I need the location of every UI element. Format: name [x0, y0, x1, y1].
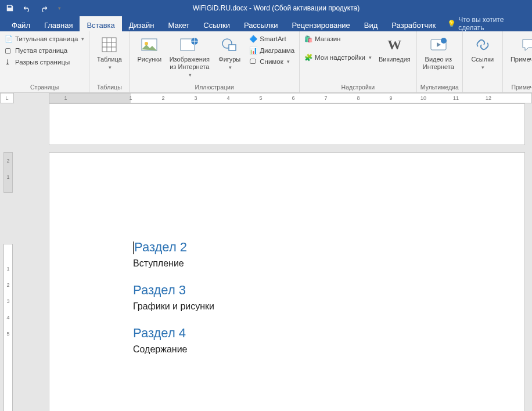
svg-rect-0 — [102, 38, 116, 52]
horizontal-ruler-area: L 1 1 2 3 4 5 6 7 8 9 10 11 12 — [0, 93, 532, 103]
redo-icon[interactable] — [39, 4, 49, 12]
workspace: 2 1 1 2 3 4 5 Раздел 2 Вступление Раздел… — [0, 103, 532, 411]
screenshot-button[interactable]: 🖵Снимок — [248, 57, 296, 66]
group-tables: Таблица Таблицы — [89, 31, 130, 92]
smartart-icon: 🔷 — [249, 35, 257, 43]
heading-2[interactable]: Раздел 3 — [133, 283, 524, 298]
store-button[interactable]: 🛍️Магазин — [303, 34, 373, 44]
page-break-icon: ⤓ — [5, 58, 13, 66]
shapes-button[interactable]: Фигуры — [213, 34, 246, 73]
group-comments-label: Примечания — [506, 82, 532, 92]
tab-review[interactable]: Рецензирование — [285, 16, 357, 31]
qat-customize-icon[interactable] — [57, 5, 61, 11]
links-button[interactable]: Ссылки — [466, 34, 499, 73]
online-pictures-icon — [179, 35, 199, 55]
ribbon: 📄Титульная страница ▢Пустая страница ⤓Ра… — [0, 31, 532, 93]
heading-1[interactable]: Раздел 2 — [133, 240, 524, 255]
chart-icon: 📊 — [249, 46, 257, 55]
table-button[interactable]: Таблица — [93, 34, 125, 73]
undo-icon[interactable] — [22, 4, 31, 12]
my-addins-button[interactable]: 🧩Мои надстройки — [303, 52, 373, 63]
lightbulb-icon: 💡 — [447, 20, 456, 28]
document-area[interactable]: Раздел 2 Вступление Раздел 3 Графики и р… — [14, 103, 532, 411]
svg-rect-6 — [229, 45, 236, 51]
tell-me-label: Что вы хотите сделать — [458, 16, 527, 32]
pictures-icon — [141, 35, 158, 55]
group-media: Видео изИнтернета Мультимедиа — [417, 31, 463, 92]
save-icon[interactable] — [6, 4, 14, 12]
store-icon: 🛍️ — [304, 35, 312, 43]
horizontal-ruler[interactable]: 1 1 2 3 4 5 6 7 8 9 10 11 12 — [49, 93, 532, 103]
group-media-label: Мультимедиа — [420, 82, 459, 92]
group-pages: 📄Титульная страница ▢Пустая страница ⤓Ра… — [0, 31, 89, 92]
wikipedia-icon: W — [387, 35, 401, 55]
group-comments: Примечание Примечания — [503, 31, 532, 92]
cover-page-icon: 📄 — [5, 35, 13, 43]
group-links-label — [466, 82, 499, 92]
cover-page-button[interactable]: 📄Титульная страница — [3, 34, 85, 44]
comment-button[interactable]: Примечание — [506, 34, 532, 64]
group-addins-label: Надстройки — [303, 82, 413, 92]
video-icon — [430, 35, 447, 55]
tab-mailings[interactable]: Рассылки — [237, 16, 285, 31]
shapes-icon — [221, 35, 238, 55]
heading-3[interactable]: Раздел 4 — [133, 326, 524, 341]
tab-file[interactable]: Файл — [5, 16, 37, 31]
smartart-button[interactable]: 🔷SmartArt — [248, 34, 296, 44]
tab-view[interactable]: Вид — [357, 16, 385, 31]
vertical-ruler-column: 2 1 1 2 3 4 5 — [0, 103, 14, 411]
tab-design[interactable]: Дизайн — [122, 16, 161, 31]
blank-page-button[interactable]: ▢Пустая страница — [3, 45, 85, 56]
tab-home[interactable]: Главная — [37, 16, 80, 31]
addins-icon: 🧩 — [304, 53, 312, 62]
body-2[interactable]: Графики и рисунки — [133, 301, 524, 312]
online-pictures-button[interactable]: Изображенияиз Интернета — [166, 34, 213, 80]
page-break-button[interactable]: ⤓Разрыв страницы — [3, 57, 85, 67]
group-illustrations-label: Иллюстрации — [133, 82, 296, 92]
ruler-corner: L — [0, 93, 14, 103]
wikipedia-button[interactable]: W Википедия — [376, 34, 413, 64]
previous-page-bottom — [49, 103, 525, 145]
link-icon — [475, 35, 491, 55]
online-video-button[interactable]: Видео изИнтернета — [420, 34, 456, 72]
svg-point-8 — [441, 38, 447, 44]
table-icon — [100, 35, 118, 55]
document-page[interactable]: Раздел 2 Вступление Раздел 3 Графики и р… — [49, 152, 525, 411]
ribbon-tabs: Файл Главная Вставка Дизайн Макет Ссылки… — [0, 16, 532, 31]
window-title: WiFiGiD.RU.docx - Word (Сбой активации п… — [67, 4, 486, 12]
group-tables-label: Таблицы — [93, 82, 125, 92]
quick-access-toolbar — [0, 4, 67, 12]
blank-page-icon: ▢ — [5, 46, 13, 55]
tab-references[interactable]: Ссылки — [196, 16, 237, 31]
tab-insert[interactable]: Вставка — [80, 16, 121, 31]
comment-icon — [520, 35, 532, 55]
title-bar: WiFiGiD.RU.docx - Word (Сбой активации п… — [0, 0, 532, 16]
body-1[interactable]: Вступление — [133, 258, 524, 269]
tab-developer[interactable]: Разработчик — [384, 16, 443, 31]
body-3[interactable]: Содержание — [133, 344, 524, 355]
screenshot-icon: 🖵 — [249, 58, 257, 65]
group-pages-label: Страницы — [3, 82, 85, 92]
vertical-ruler-top[interactable]: 2 1 — [3, 152, 13, 193]
vertical-ruler-main[interactable]: 1 2 3 4 5 — [3, 244, 13, 411]
group-links: Ссылки — [463, 31, 503, 92]
group-illustrations: Рисунки Изображенияиз Интернета Фигуры 🔷… — [130, 31, 300, 92]
chart-button[interactable]: 📊Диаграмма — [248, 45, 296, 56]
tab-layout[interactable]: Макет — [161, 16, 196, 31]
pictures-button[interactable]: Рисунки — [133, 34, 166, 64]
group-addins: 🛍️Магазин 🧩Мои надстройки W Википедия На… — [300, 31, 417, 92]
tell-me-search[interactable]: 💡 Что вы хотите сделать — [443, 16, 532, 31]
